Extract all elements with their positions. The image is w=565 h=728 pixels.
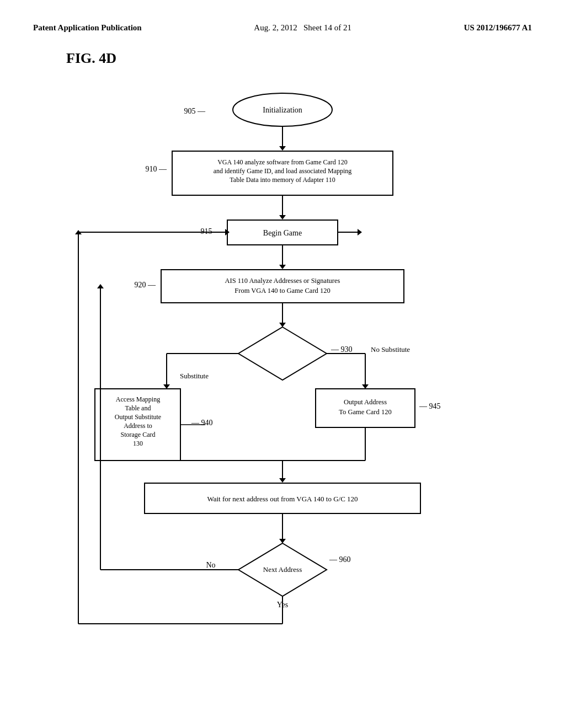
header: Patent Application Publication Aug. 2, 2… xyxy=(33,22,532,34)
arrowhead-950-960 xyxy=(279,539,286,543)
node-940-text-3: Output Substitute xyxy=(115,413,161,421)
label-substitute: Substitute xyxy=(180,372,209,380)
node-910-text-3: Table Data into memory of Adapter 110 xyxy=(230,176,335,184)
sheet-number: Sheet 14 of 21 xyxy=(303,23,351,32)
node-910-text-1: VGA 140 analyze software from Game Card … xyxy=(217,158,348,166)
node-915-text: Begin Game xyxy=(263,229,302,237)
label-960: — 960 xyxy=(329,555,351,564)
node-905-text: Initialization xyxy=(263,106,302,114)
header-right: US 2012/196677 A1 xyxy=(464,22,532,34)
node-910-text-2: and identify Game ID, and load associate… xyxy=(214,167,352,175)
arrowhead-910-915 xyxy=(279,215,286,220)
pub-date: Aug. 2, 2012 xyxy=(254,23,297,32)
arrowhead-930-945 xyxy=(362,384,369,389)
node-940-text-1: Access Mapping xyxy=(116,395,160,403)
node-950-text: Wait for next address out from VGA 140 t… xyxy=(207,495,358,503)
label-945: — 945 xyxy=(419,402,441,410)
fig-label: FIG. 4D xyxy=(66,50,532,67)
node-920-text-1: AIS 110 Analyze Addresses or Signatures xyxy=(225,277,340,285)
node-945-text-2: To Game Card 120 xyxy=(339,408,391,416)
arrowhead-915-right xyxy=(358,229,362,235)
label-920: 920 — xyxy=(135,281,157,289)
label-905: 905 — xyxy=(184,107,206,115)
node-930-diamond xyxy=(238,327,327,380)
arrowhead-920-930 xyxy=(279,323,286,327)
arrowhead-915-920 xyxy=(279,265,286,269)
node-940-text-2: Table and xyxy=(125,404,151,412)
page: Patent Application Publication Aug. 2, 2… xyxy=(0,0,565,728)
header-center: Aug. 2, 2012 Sheet 14 of 21 xyxy=(254,22,351,34)
node-940-text-4: Address to xyxy=(124,422,152,430)
node-960-text: Next Address xyxy=(263,565,302,574)
node-940-text-5: Storage Card xyxy=(121,431,156,438)
arrowhead-930-940 xyxy=(163,384,170,389)
node-940-text-6: 130 xyxy=(133,440,143,447)
node-945-text-1: Output Address xyxy=(344,398,387,406)
header-left: Patent Application Publication xyxy=(33,22,142,34)
arrowhead-960-no xyxy=(97,284,104,288)
node-920-rect xyxy=(161,270,404,303)
arrowhead-905-910 xyxy=(279,146,286,151)
label-no: No xyxy=(206,561,215,569)
arrowhead-merge xyxy=(279,478,286,483)
node-920-text-2: From VGA 140 to Game Card 120 xyxy=(234,287,330,295)
publication-title: Patent Application Publication xyxy=(33,23,142,32)
label-940: — 940 xyxy=(191,419,213,427)
label-910: 910 — xyxy=(146,165,168,173)
label-915: 915 — xyxy=(201,227,223,235)
patent-number: US 2012/196677 A1 xyxy=(464,23,532,32)
label-no-substitute: No Substitute xyxy=(371,345,410,354)
label-930: — 930 xyxy=(331,345,353,354)
flowchart-svg: 905 — Initialization 910 — VGA 140 analy… xyxy=(45,78,520,673)
